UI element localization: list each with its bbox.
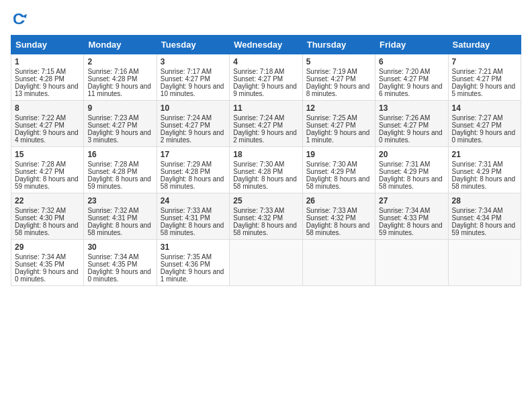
calendar-cell: 23 Sunrise: 7:32 AM Sunset: 4:31 PM Dayl…	[84, 193, 157, 240]
sunset-text: Sunset: 4:35 PM	[87, 261, 137, 268]
daylight-text: Daylight: 8 hours and 58 minutes.	[161, 175, 224, 190]
sunrise-text: Sunrise: 7:15 AM	[15, 68, 66, 75]
sunset-text: Sunset: 4:27 PM	[15, 168, 64, 175]
sunrise-text: Sunrise: 7:16 AM	[87, 68, 138, 75]
sunrise-text: Sunrise: 7:34 AM	[452, 207, 503, 214]
daylight-text: Daylight: 9 hours and 0 minutes.	[379, 129, 443, 144]
sunrise-text: Sunrise: 7:31 AM	[379, 161, 430, 168]
day-number: 31	[161, 242, 226, 252]
daylight-text: Daylight: 9 hours and 0 minutes.	[15, 268, 79, 283]
day-header-saturday: Saturday	[448, 36, 521, 54]
calendar-cell: 15 Sunrise: 7:28 AM Sunset: 4:27 PM Dayl…	[11, 147, 84, 193]
sunrise-text: Sunrise: 7:30 AM	[306, 161, 357, 168]
sunset-text: Sunset: 4:27 PM	[87, 122, 137, 129]
day-number: 16	[87, 150, 152, 159]
daylight-text: Daylight: 9 hours and 10 minutes.	[161, 83, 224, 97]
daylight-text: Daylight: 9 hours and 0 minutes.	[452, 129, 516, 144]
daylight-text: Daylight: 8 hours and 59 minutes.	[15, 175, 79, 190]
sunset-text: Sunset: 4:27 PM	[306, 75, 356, 83]
sunrise-text: Sunrise: 7:31 AM	[452, 161, 503, 168]
day-header-thursday: Thursday	[302, 36, 375, 54]
daylight-text: Daylight: 8 hours and 58 minutes.	[306, 175, 370, 190]
sunset-text: Sunset: 4:34 PM	[452, 214, 502, 222]
sunrise-text: Sunrise: 7:29 AM	[161, 161, 212, 168]
daylight-text: Daylight: 8 hours and 59 minutes.	[452, 222, 516, 236]
sunrise-text: Sunrise: 7:24 AM	[161, 114, 212, 122]
sunrise-text: Sunrise: 7:21 AM	[452, 68, 503, 75]
week-row-2: 8 Sunrise: 7:22 AM Sunset: 4:27 PM Dayli…	[11, 101, 521, 147]
days-header-row: SundayMondayTuesdayWednesdayThursdayFrid…	[11, 36, 521, 54]
sunset-text: Sunset: 4:31 PM	[161, 214, 210, 222]
calendar-cell: 19 Sunrise: 7:30 AM Sunset: 4:29 PM Dayl…	[302, 147, 375, 193]
calendar-cell: 28 Sunrise: 7:34 AM Sunset: 4:34 PM Dayl…	[448, 193, 521, 240]
day-number: 30	[87, 242, 152, 252]
calendar-cell: 29 Sunrise: 7:34 AM Sunset: 4:35 PM Dayl…	[11, 240, 84, 286]
day-number: 19	[306, 150, 371, 159]
sunset-text: Sunset: 4:31 PM	[87, 214, 137, 222]
sunrise-text: Sunrise: 7:18 AM	[233, 68, 284, 75]
day-number: 24	[161, 196, 226, 205]
day-number: 13	[379, 103, 444, 113]
sunset-text: Sunset: 4:33 PM	[379, 214, 429, 222]
daylight-text: Daylight: 9 hours and 5 minutes.	[452, 83, 516, 97]
sunset-text: Sunset: 4:28 PM	[87, 168, 137, 175]
calendar-cell: 24 Sunrise: 7:33 AM Sunset: 4:31 PM Dayl…	[157, 193, 229, 240]
calendar-cell: 13 Sunrise: 7:26 AM Sunset: 4:27 PM Dayl…	[375, 101, 448, 147]
daylight-text: Daylight: 8 hours and 59 minutes.	[379, 222, 443, 236]
day-number: 14	[452, 103, 517, 113]
day-number: 4	[233, 57, 298, 66]
sunset-text: Sunset: 4:29 PM	[452, 168, 502, 175]
calendar-cell: 17 Sunrise: 7:29 AM Sunset: 4:28 PM Dayl…	[157, 147, 229, 193]
day-number: 6	[379, 57, 444, 66]
sunrise-text: Sunrise: 7:19 AM	[306, 68, 357, 75]
calendar-cell: 11 Sunrise: 7:24 AM Sunset: 4:27 PM Dayl…	[230, 101, 302, 147]
daylight-text: Daylight: 8 hours and 58 minutes.	[379, 175, 443, 190]
daylight-text: Daylight: 9 hours and 13 minutes.	[15, 83, 79, 97]
calendar-cell: 12 Sunrise: 7:25 AM Sunset: 4:27 PM Dayl…	[302, 101, 375, 147]
daylight-text: Daylight: 9 hours and 1 minute.	[306, 129, 370, 144]
day-header-monday: Monday	[84, 36, 157, 54]
day-number: 26	[306, 196, 371, 205]
sunset-text: Sunset: 4:27 PM	[452, 75, 502, 83]
daylight-text: Daylight: 9 hours and 9 minutes.	[233, 83, 297, 97]
calendar-cell: 22 Sunrise: 7:32 AM Sunset: 4:30 PM Dayl…	[11, 193, 84, 240]
sunrise-text: Sunrise: 7:25 AM	[306, 114, 357, 122]
daylight-text: Daylight: 9 hours and 0 minutes.	[87, 268, 151, 283]
sunset-text: Sunset: 4:29 PM	[306, 168, 356, 175]
sunrise-text: Sunrise: 7:35 AM	[161, 253, 212, 261]
day-number: 17	[161, 150, 226, 159]
calendar-cell: 14 Sunrise: 7:27 AM Sunset: 4:27 PM Dayl…	[448, 101, 521, 147]
calendar-cell: 8 Sunrise: 7:22 AM Sunset: 4:27 PM Dayli…	[11, 101, 84, 147]
sunset-text: Sunset: 4:27 PM	[379, 122, 429, 129]
sunset-text: Sunset: 4:32 PM	[233, 214, 283, 222]
daylight-text: Daylight: 9 hours and 2 minutes.	[233, 129, 297, 144]
calendar-cell	[302, 240, 375, 286]
calendar-cell	[230, 240, 302, 286]
sunrise-text: Sunrise: 7:26 AM	[379, 114, 430, 122]
day-number: 9	[87, 103, 152, 113]
week-row-1: 1 Sunrise: 7:15 AM Sunset: 4:28 PM Dayli…	[11, 54, 521, 101]
daylight-text: Daylight: 9 hours and 4 minutes.	[15, 129, 79, 144]
daylight-text: Daylight: 9 hours and 8 minutes.	[306, 83, 370, 97]
day-number: 11	[233, 103, 298, 113]
sunrise-text: Sunrise: 7:27 AM	[452, 114, 503, 122]
day-number: 7	[452, 57, 517, 66]
calendar-cell: 18 Sunrise: 7:30 AM Sunset: 4:28 PM Dayl…	[230, 147, 302, 193]
daylight-text: Daylight: 9 hours and 2 minutes.	[161, 129, 224, 144]
header	[11, 11, 521, 27]
sunset-text: Sunset: 4:32 PM	[306, 214, 356, 222]
calendar-cell: 4 Sunrise: 7:18 AM Sunset: 4:27 PM Dayli…	[230, 54, 302, 101]
day-header-sunday: Sunday	[11, 36, 84, 54]
sunrise-text: Sunrise: 7:23 AM	[87, 114, 138, 122]
daylight-text: Daylight: 8 hours and 58 minutes.	[233, 222, 297, 236]
sunrise-text: Sunrise: 7:33 AM	[306, 207, 357, 214]
calendar-cell: 6 Sunrise: 7:20 AM Sunset: 4:27 PM Dayli…	[375, 54, 448, 101]
sunrise-text: Sunrise: 7:34 AM	[87, 253, 138, 261]
calendar-cell	[448, 240, 521, 286]
daylight-text: Daylight: 9 hours and 11 minutes.	[87, 83, 151, 97]
week-row-3: 15 Sunrise: 7:28 AM Sunset: 4:27 PM Dayl…	[11, 147, 521, 193]
sunset-text: Sunset: 4:30 PM	[15, 214, 64, 222]
day-number: 23	[87, 196, 152, 205]
daylight-text: Daylight: 8 hours and 58 minutes.	[233, 175, 297, 190]
day-number: 18	[233, 150, 298, 159]
